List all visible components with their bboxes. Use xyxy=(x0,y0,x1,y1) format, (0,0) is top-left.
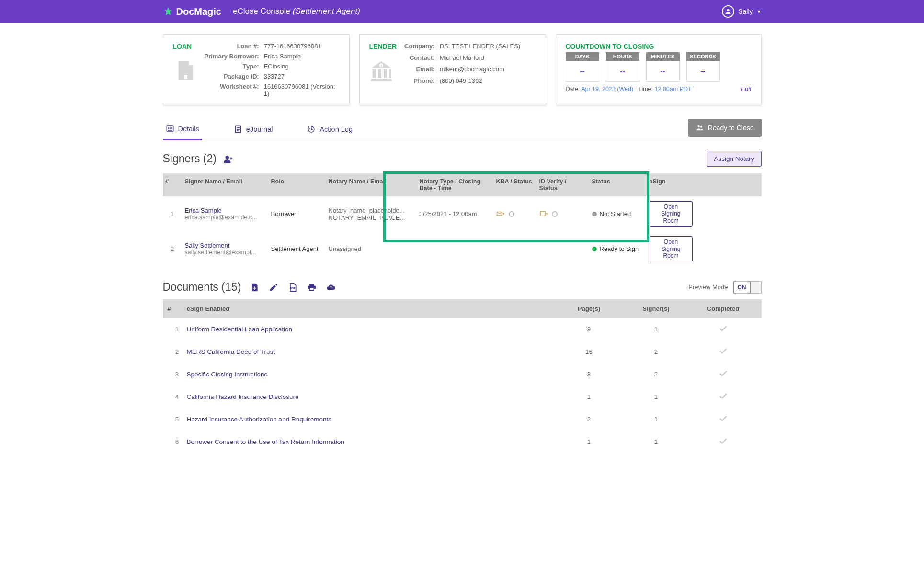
people-icon xyxy=(696,124,704,132)
lender-title: LENDER xyxy=(369,43,397,50)
completed-check-icon xyxy=(690,369,757,380)
add-signer-icon[interactable] xyxy=(223,154,234,164)
svg-rect-10 xyxy=(540,211,546,216)
completed-check-icon xyxy=(690,436,757,447)
brand: DocMagic eClose Console (Settlement Agen… xyxy=(163,6,360,17)
tab-details[interactable]: Details xyxy=(163,120,202,140)
document-row: 3Specific Closing Instructions32 xyxy=(163,363,762,386)
lender-card: LENDER $ Company:DSI TEST LENDER (SALES)… xyxy=(359,34,546,105)
house-doc-icon xyxy=(173,59,197,86)
loan-card: LOAN Loan #:777-1616630796081 Primary Bo… xyxy=(163,34,350,105)
document-row: 5Hazard Insurance Authorization and Requ… xyxy=(163,408,762,431)
mail-send-icon[interactable] xyxy=(496,210,505,218)
user-menu[interactable]: Sally ▼ xyxy=(722,5,761,18)
signer-row: 2Sally Settlementsally.settlement@exampl… xyxy=(163,231,762,266)
completed-check-icon xyxy=(690,391,757,402)
countdown-edit-link[interactable]: Edit xyxy=(741,86,752,92)
svg-point-6 xyxy=(697,125,700,128)
journal-icon xyxy=(234,125,242,134)
pdf-icon[interactable]: PDF xyxy=(288,283,297,292)
signer-name-link[interactable]: Sally Settlement xyxy=(185,242,265,249)
svg-point-8 xyxy=(226,155,229,159)
add-doc-icon[interactable] xyxy=(250,283,259,292)
caret-down-icon: ▼ xyxy=(757,9,762,14)
preview-mode-toggle[interactable]: Preview Mode ON xyxy=(688,281,761,294)
svg-point-4 xyxy=(168,127,169,129)
svg-point-7 xyxy=(700,126,702,128)
document-link[interactable]: Hazard Insurance Authorization and Requi… xyxy=(187,416,556,423)
document-row: 2MERS California Deed of Trust162 xyxy=(163,341,762,363)
loan-title: LOAN xyxy=(173,43,197,50)
signers-table: # Signer Name / Email Role Notary Name /… xyxy=(163,173,762,266)
completed-check-icon xyxy=(690,414,757,425)
topbar: DocMagic eClose Console (Settlement Agen… xyxy=(0,0,924,23)
star-icon xyxy=(163,6,173,17)
document-row: 4California Hazard Insurance Disclosure1… xyxy=(163,386,762,408)
open-signing-room-button[interactable]: Open Signing Room xyxy=(650,201,693,227)
brand-logo: DocMagic xyxy=(163,6,221,17)
documents-heading: Documents (15) xyxy=(163,281,241,294)
svg-text:$: $ xyxy=(380,64,382,68)
print-icon[interactable] xyxy=(307,283,317,292)
countdown-title: COUNTDOWN TO CLOSING xyxy=(566,43,752,50)
details-icon xyxy=(166,125,174,133)
document-link[interactable]: Specific Closing Instructions xyxy=(187,371,556,378)
edit-icon[interactable] xyxy=(269,283,278,292)
ready-to-close-button[interactable]: Ready to Close xyxy=(688,119,762,137)
completed-check-icon xyxy=(690,324,757,335)
signers-heading: Signers (2) xyxy=(163,152,234,165)
brand-name: DocMagic xyxy=(176,6,221,17)
completed-check-icon xyxy=(690,346,757,357)
history-icon xyxy=(307,125,316,134)
id-verify-icon[interactable] xyxy=(539,210,548,218)
document-link[interactable]: Uniform Residential Loan Application xyxy=(187,326,556,333)
document-row: 6Borrower Consent to the Use of Tax Retu… xyxy=(163,431,762,453)
document-link[interactable]: California Hazard Insurance Disclosure xyxy=(187,393,556,400)
bank-icon: $ xyxy=(369,59,393,86)
open-signing-room-button[interactable]: Open Signing Room xyxy=(650,236,693,261)
console-title: eClose Console (Settlement Agent) xyxy=(233,7,360,16)
documents-table: # eSign Enabled Page(s) Signer(s) Comple… xyxy=(163,299,762,453)
user-name: Sally xyxy=(738,8,753,15)
upload-cloud-icon[interactable] xyxy=(326,283,336,292)
document-link[interactable]: Borrower Consent to the Use of Tax Retur… xyxy=(187,438,556,445)
signer-row: 1Erica Sampleerica.sample@example.c...Bo… xyxy=(163,196,762,231)
tab-ejournal[interactable]: eJournal xyxy=(231,120,276,140)
document-row: 1Uniform Residential Loan Application91 xyxy=(163,318,762,341)
countdown-card: COUNTDOWN TO CLOSING DAYS-- HOURS-- MINU… xyxy=(556,34,762,105)
signer-name-link[interactable]: Erica Sample xyxy=(185,207,265,214)
svg-text:PDF: PDF xyxy=(290,287,296,290)
svg-rect-0 xyxy=(184,75,187,79)
tab-actionlog[interactable]: Action Log xyxy=(304,120,355,140)
avatar-icon xyxy=(722,5,734,18)
document-link[interactable]: MERS California Deed of Trust xyxy=(187,348,556,355)
assign-notary-button[interactable]: Assign Notary xyxy=(707,151,761,167)
